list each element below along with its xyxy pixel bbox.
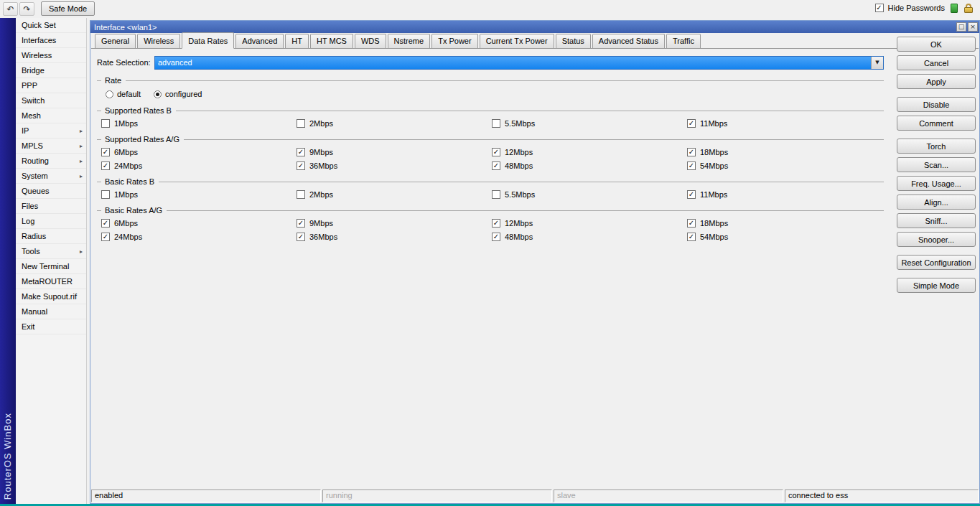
rate-label: 48Mbps [505,161,533,170]
checkbox-basic-rates-a-g-24mbps[interactable]: ✓24Mbps [101,232,297,242]
checkbox-basic-rates-a-g-18mbps[interactable]: ✓18Mbps [687,218,882,228]
tab-ht-mcs[interactable]: HT MCS [310,34,353,48]
rate-label: 1Mbps [114,119,138,128]
sidebar-item-make-supout-rif[interactable]: Make Supout.rif [16,289,86,304]
checkbox-supported-rates-a-g-18mbps[interactable]: ✓18Mbps [687,147,882,157]
checkbox-basic-rates-a-g-54mbps[interactable]: ✓54Mbps [687,232,882,242]
rate-label: 48Mbps [505,233,533,241]
rate-label: 1Mbps [114,190,138,199]
tab-advanced[interactable]: Advanced [235,34,284,48]
undo-button[interactable]: ↶ [3,2,18,16]
sidebar-item-switch[interactable]: Switch [16,93,86,108]
interface-dialog: Interface <wlan1> □ × GeneralWirelessDat… [90,20,980,504]
button-snooper[interactable]: Snooper... [897,232,976,247]
tab-wireless[interactable]: Wireless [137,34,180,48]
sidebar-item-manual[interactable]: Manual [16,304,86,319]
checkbox-icon: ✓ [687,161,696,170]
checkbox-icon: ✓ [687,219,696,228]
sidebar-menu: Quick SetInterfacesWirelessBridgePPPSwit… [16,18,87,504]
sidebar-item-wireless[interactable]: Wireless [16,48,86,63]
sidebar-item-bridge[interactable]: Bridge [16,63,86,78]
sidebar-item-ppp[interactable]: PPP [16,78,86,93]
checkbox-supported-rates-b-2mbps[interactable]: 2Mbps [297,118,492,128]
group-rule [167,210,884,211]
tab-current-tx-power[interactable]: Current Tx Power [480,34,554,48]
sidebar-item-metarouter[interactable]: MetaROUTER [16,274,86,289]
checkbox-basic-rates-b-5-5mbps[interactable]: 5.5Mbps [492,189,687,200]
sidebar-item-ip[interactable]: IP▸ [16,123,86,139]
checkbox-icon: ✓ [492,233,500,241]
checkbox-supported-rates-a-g-12mbps[interactable]: ✓12Mbps [492,147,687,157]
sidebar-item-log[interactable]: Log [16,214,86,229]
checkbox-basic-rates-a-g-9mbps[interactable]: ✓9Mbps [297,218,492,228]
tab-ht[interactable]: HT [285,34,309,48]
button-torch[interactable]: Torch [897,139,976,154]
button-disable[interactable]: Disable [897,97,976,112]
radio-configured[interactable]: configured [154,90,202,98]
group-title: Rate [105,76,121,85]
button-freq-usage[interactable]: Freq. Usage... [897,176,976,191]
sidebar-item-label: Files [22,202,38,210]
button-reset-configuration[interactable]: Reset Configuration [897,255,976,270]
group-header: Supported Rates B [97,106,884,115]
rate-label: 12Mbps [505,148,533,156]
redo-button[interactable]: ↷ [19,2,34,16]
button-apply[interactable]: Apply [897,74,976,89]
button-ok[interactable]: OK [897,37,976,52]
checkbox-supported-rates-b-5-5mbps[interactable]: 5.5Mbps [492,118,687,128]
sidebar-item-exit[interactable]: Exit [16,319,86,334]
hide-passwords-checkbox[interactable]: ✓ Hide Passwords [875,3,945,13]
checkbox-basic-rates-a-g-12mbps[interactable]: ✓12Mbps [492,218,687,228]
sidebar-item-tools[interactable]: Tools▸ [16,244,86,259]
rate-selection-dropdown[interactable]: advanced ▼ [154,56,884,70]
tab-traffic[interactable]: Traffic [666,34,701,48]
tab-wds[interactable]: WDS [355,34,386,48]
button-cancel[interactable]: Cancel [897,55,976,70]
checkbox-supported-rates-a-g-36mbps[interactable]: ✓36Mbps [297,161,492,171]
sidebar-item-new-terminal[interactable]: New Terminal [16,259,86,274]
tab-advanced-status[interactable]: Advanced Status [592,34,665,48]
checkbox-supported-rates-a-g-48mbps[interactable]: ✓48Mbps [492,161,687,171]
sidebar-item-mesh[interactable]: Mesh [16,108,86,123]
sidebar-item-mpls[interactable]: MPLS▸ [16,139,86,154]
checkbox-basic-rates-b-11mbps[interactable]: ✓11Mbps [687,189,882,200]
sidebar-item-routing[interactable]: Routing▸ [16,154,86,169]
button-comment[interactable]: Comment [897,116,976,131]
radio-default[interactable]: default [106,90,141,98]
sidebar-item-files[interactable]: Files [16,199,86,214]
dropdown-arrow-icon[interactable]: ▼ [871,57,883,69]
sidebar-item-radius[interactable]: Radius [16,229,86,244]
sidebar-item-label: Bridge [22,66,45,75]
button-simple-mode[interactable]: Simple Mode [897,278,976,293]
tab-tx-power[interactable]: Tx Power [431,34,477,48]
tab-status[interactable]: Status [556,34,591,48]
checkbox-supported-rates-b-11mbps[interactable]: ✓11Mbps [687,118,882,128]
group-title: Basic Rates A/G [105,206,162,215]
group-rule [184,139,884,140]
button-align[interactable]: Align... [897,195,976,210]
tab-nstreme[interactable]: Nstreme [388,34,431,48]
checkbox-basic-rates-a-g-36mbps[interactable]: ✓36Mbps [297,232,492,242]
safe-mode-button[interactable]: Safe Mode [41,1,95,16]
checkbox-supported-rates-a-g-9mbps[interactable]: ✓9Mbps [297,147,492,157]
checkbox-basic-rates-a-g-6mbps[interactable]: ✓6Mbps [101,218,297,228]
tab-general[interactable]: General [95,34,136,48]
tab-data-rates[interactable]: Data Rates [182,32,234,49]
sidebar-item-interfaces[interactable]: Interfaces [16,33,86,48]
button-scan[interactable]: Scan... [897,157,976,172]
sidebar-item-quick-set[interactable]: Quick Set [16,18,86,33]
checkbox-basic-rates-b-1mbps[interactable]: 1Mbps [101,189,297,200]
checkbox-supported-rates-a-g-54mbps[interactable]: ✓54Mbps [687,161,882,171]
checkbox-supported-rates-b-1mbps[interactable]: 1Mbps [101,118,297,128]
checkbox-basic-rates-a-g-48mbps[interactable]: ✓48Mbps [492,232,687,242]
rate-label: 9Mbps [309,148,333,156]
button-sniff[interactable]: Sniff... [897,213,976,228]
sidebar-item-queues[interactable]: Queues [16,184,86,199]
checkbox-basic-rates-b-2mbps[interactable]: 2Mbps [297,189,492,200]
sidebar-item-label: Quick Set [22,21,56,29]
sidebar-item-system[interactable]: System▸ [16,169,86,184]
checkbox-supported-rates-a-g-6mbps[interactable]: ✓6Mbps [101,147,297,157]
checkbox-icon: ✓ [101,148,110,156]
checkbox-supported-rates-a-g-24mbps[interactable]: ✓24Mbps [101,161,297,171]
dialog-titlebar[interactable]: Interface <wlan1> □ × [90,21,979,33]
